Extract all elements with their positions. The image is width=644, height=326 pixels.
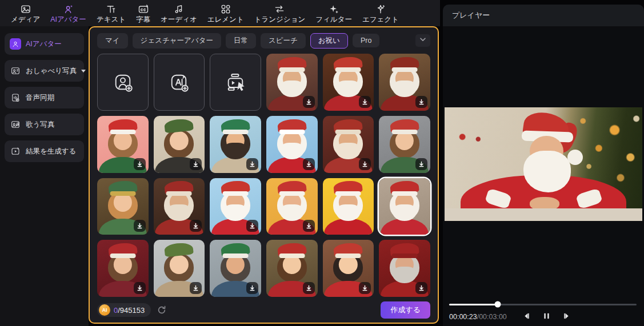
collapse-panel-button[interactable] — [415, 34, 430, 47]
fig-beard — [224, 204, 247, 221]
fig-band — [392, 191, 418, 196]
download-icon[interactable] — [359, 158, 371, 170]
nav-item-transitions[interactable]: トランジション — [249, 2, 311, 25]
avatar-thumb-santa-vintage-closeup[interactable] — [323, 116, 374, 173]
credits-total: /945153 — [118, 306, 145, 315]
download-icon[interactable] — [246, 220, 258, 232]
dropdown-caret-icon — [81, 70, 86, 73]
avatar-thumb-man-green-santa-hat[interactable] — [210, 240, 261, 297]
tab-pro[interactable]: Pro — [353, 34, 379, 47]
download-icon[interactable] — [246, 158, 258, 170]
nav-item-label: フィルター — [315, 15, 352, 23]
avatar-thumb-woman-santa-hat-darkred[interactable] — [97, 240, 149, 297]
download-icon[interactable] — [415, 282, 427, 294]
avatar-thumb-cartoon-elf-boy[interactable] — [266, 240, 318, 297]
avatar-thumb-santa-festive-market[interactable] — [266, 54, 318, 111]
refresh-icon[interactable] — [157, 305, 167, 315]
avatar-thumb-elf-girl-green-hat[interactable] — [97, 178, 149, 235]
download-icon[interactable] — [190, 282, 202, 294]
fig-beard — [393, 81, 417, 97]
download-icon[interactable] — [303, 220, 315, 232]
tab-celebration[interactable]: お祝い — [310, 33, 348, 49]
action-card-avatar-video-drag[interactable] — [210, 54, 261, 111]
fig-band — [335, 130, 361, 134]
nav-item-elements[interactable]: エレメント — [202, 2, 249, 25]
avatar-thumb-woman-santa-hat-pink[interactable] — [97, 116, 149, 173]
download-icon[interactable] — [303, 96, 315, 108]
nav-item-ai-avatar[interactable]: AIアバター — [45, 2, 91, 25]
nav-item-label: エフェクト — [362, 15, 399, 23]
avatar-thumb-santa-leaning-selected[interactable] — [379, 178, 430, 235]
avatar-thumb-santa-smile-lightblue[interactable] — [210, 178, 261, 235]
fig-torso — [381, 219, 429, 235]
download-icon[interactable] — [190, 158, 202, 170]
fig-band — [166, 191, 192, 196]
sidebar-item-generate-results[interactable]: 結果を生成する — [5, 140, 84, 162]
slider-track[interactable] — [449, 304, 637, 305]
time-current: 00:00:23 — [449, 313, 477, 321]
avatar-thumb-woman-holly-wreath[interactable] — [154, 116, 205, 173]
sidebar-item-voice-sync[interactable]: 音声同期 — [5, 87, 84, 108]
download-icon[interactable] — [134, 282, 146, 294]
effects-icon — [375, 3, 386, 15]
nav-item-media[interactable]: メディア — [6, 2, 45, 25]
fig-beard — [111, 143, 134, 159]
tab-my[interactable]: マイ — [97, 33, 128, 49]
download-icon[interactable] — [134, 158, 146, 170]
step-back-button[interactable] — [522, 312, 532, 321]
nav-item-audio[interactable]: オーディオ — [155, 2, 202, 25]
action-card-ai-generate-avatar[interactable] — [154, 54, 205, 111]
avatar-thumb-elf-girl-gray-sparkle[interactable] — [379, 116, 430, 173]
avatar-thumb-santa-ornate-room[interactable] — [379, 54, 430, 111]
avatar-thumb-man-green-elf-hat[interactable] — [210, 116, 261, 173]
download-icon[interactable] — [190, 220, 202, 232]
download-icon[interactable] — [415, 158, 427, 170]
avatar-thumb-santa-glasses-yellow[interactable] — [323, 178, 374, 235]
download-icon[interactable] — [303, 282, 315, 294]
avatar-thumb-santa-mantel-tree[interactable] — [154, 178, 205, 235]
ai-plus-icon — [168, 71, 190, 93]
tab-gesture-avatar[interactable]: ジェスチャーアバター — [133, 33, 221, 49]
tab-daily[interactable]: 日常 — [226, 33, 256, 49]
nav-item-subtitles[interactable]: 字幕 — [131, 2, 155, 25]
sidebar-item-talking-photo[interactable]: おしゃべり写真 — [5, 60, 84, 82]
nav-item-text[interactable]: テキスト — [91, 2, 131, 25]
download-icon[interactable] — [415, 96, 427, 108]
ai-avatar-panel: マイジェスチャーアバター日常スピーチお祝いPro AI 0/945153 作成す… — [89, 26, 439, 324]
drag-video-icon — [225, 71, 246, 93]
playback-slider[interactable] — [449, 301, 637, 308]
step-back-icon — [522, 312, 531, 323]
fig-band — [279, 253, 305, 258]
fig-band — [166, 130, 192, 134]
preview-santa-beard — [523, 151, 571, 193]
slider-thumb[interactable] — [495, 301, 501, 308]
text-icon — [105, 3, 117, 15]
sidebar-item-ai-avatar[interactable]: AIアバター — [5, 33, 84, 55]
download-icon[interactable] — [134, 220, 146, 232]
fig-band — [223, 130, 249, 134]
nav-item-effects[interactable]: エフェクト — [357, 2, 404, 25]
step-forward-button[interactable] — [562, 312, 572, 321]
download-icon[interactable] — [359, 282, 371, 294]
download-icon[interactable] — [359, 96, 371, 108]
nav-item-label: トランジション — [254, 15, 306, 23]
ai-coin-icon: AI — [99, 304, 110, 316]
pause-button[interactable] — [542, 312, 552, 321]
avatar-thumb-santa-fireplace[interactable] — [323, 54, 374, 111]
download-icon[interactable] — [246, 282, 258, 294]
tab-speech[interactable]: スピーチ — [261, 33, 306, 49]
avatar-thumb-santa-glasses-blue[interactable] — [266, 116, 318, 173]
sidebar-item-singing-photo[interactable]: 歌う写真 — [5, 114, 84, 135]
avatar-thumb-cartoon-elf-girl[interactable] — [323, 240, 374, 297]
avatar-thumb-old-man-red-plaid[interactable] — [379, 240, 430, 297]
avatar-thumb-santa-hush-orange[interactable] — [266, 178, 318, 235]
avatar-thumb-woman-flower-crown[interactable] — [154, 240, 205, 297]
preview-santa-pompom — [567, 150, 583, 166]
fig-beard — [111, 267, 134, 283]
fig-band — [223, 253, 249, 258]
singing-photo-icon — [10, 119, 21, 130]
download-icon[interactable] — [303, 158, 315, 170]
nav-item-filters[interactable]: フィルター — [310, 2, 357, 25]
action-card-add-custom-avatar[interactable] — [97, 54, 149, 111]
create-button[interactable]: 作成する — [381, 301, 430, 319]
